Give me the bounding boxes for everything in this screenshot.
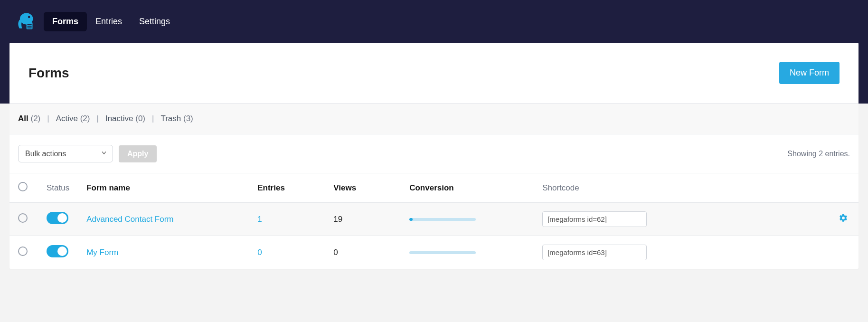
cell-actions bbox=[830, 236, 859, 269]
table-row: Advanced Contact Form119 bbox=[9, 203, 859, 236]
cell-spacer bbox=[657, 236, 830, 269]
header-entries[interactable]: Entries bbox=[249, 173, 325, 203]
nav-tab-label: Settings bbox=[139, 17, 170, 26]
toggle-knob bbox=[57, 213, 67, 223]
bulk-actions-select[interactable]: Bulk actions bbox=[18, 145, 113, 162]
bulk-actions-select-wrap: Bulk actions bbox=[18, 145, 113, 162]
top-navbar: Forms Entries Settings bbox=[0, 0, 868, 43]
filter-separator: | bbox=[152, 114, 154, 123]
filter-all[interactable]: All (2) bbox=[18, 114, 40, 123]
status-toggle[interactable] bbox=[47, 245, 68, 257]
bulk-actions-row: Bulk actions Apply Showing 2 entries. bbox=[9, 134, 859, 173]
cell-entries: 1 bbox=[249, 203, 325, 236]
row-select-radio[interactable] bbox=[18, 213, 28, 223]
page-title: Forms bbox=[28, 66, 69, 81]
new-form-button-label: New Form bbox=[790, 68, 829, 77]
hero: Forms New Form bbox=[9, 43, 859, 104]
shortcode-input[interactable] bbox=[542, 211, 647, 227]
filter-label: Inactive bbox=[105, 114, 133, 123]
conversion-bar bbox=[409, 218, 476, 221]
status-filters: All (2) | Active (2) | Inactive (0) | Tr… bbox=[9, 104, 859, 134]
filter-active[interactable]: Active (2) bbox=[56, 114, 90, 123]
shortcode-input[interactable] bbox=[542, 245, 647, 260]
filter-separator: | bbox=[96, 114, 98, 123]
form-name-link[interactable]: Advanced Contact Form bbox=[86, 215, 173, 224]
conversion-bar-fill bbox=[409, 218, 413, 221]
header-shortcode: Shortcode bbox=[534, 173, 657, 203]
cell-spacer bbox=[657, 203, 830, 236]
filter-label: Trash bbox=[160, 114, 181, 123]
entries-link[interactable]: 1 bbox=[257, 215, 262, 224]
svg-rect-2 bbox=[28, 24, 32, 25]
cell-actions bbox=[830, 203, 859, 236]
svg-point-5 bbox=[28, 16, 30, 19]
toggle-knob bbox=[57, 246, 67, 256]
cell-form-name: Advanced Contact Form bbox=[78, 203, 249, 236]
header-status: Status bbox=[38, 173, 78, 203]
showing-count: Showing 2 entries. bbox=[787, 150, 850, 158]
apply-button[interactable]: Apply bbox=[119, 145, 157, 162]
app-logo bbox=[14, 11, 35, 32]
header-actions bbox=[830, 173, 859, 203]
table-header-row: Status Form name Entries Views Conversio… bbox=[9, 173, 859, 203]
hero-wrap: Forms New Form bbox=[0, 43, 868, 104]
elephant-logo-icon bbox=[14, 11, 35, 32]
header-spacer bbox=[657, 173, 830, 203]
filter-trash[interactable]: Trash (3) bbox=[160, 114, 193, 123]
new-form-button[interactable]: New Form bbox=[779, 62, 840, 84]
header-form-name[interactable]: Form name bbox=[78, 173, 249, 203]
bulk-left: Bulk actions Apply bbox=[18, 145, 157, 162]
header-select-all bbox=[9, 173, 38, 203]
filter-count: (2) bbox=[80, 114, 90, 123]
svg-rect-3 bbox=[28, 26, 32, 27]
cell-shortcode bbox=[534, 203, 657, 236]
cell-status bbox=[38, 203, 78, 236]
cell-views: 19 bbox=[325, 203, 401, 236]
cell-conversion bbox=[401, 236, 534, 269]
header-conversion[interactable]: Conversion bbox=[401, 173, 534, 203]
filter-label: Active bbox=[56, 114, 78, 123]
cell-conversion bbox=[401, 203, 534, 236]
nav-tab-forms[interactable]: Forms bbox=[44, 12, 87, 31]
cell-select bbox=[9, 203, 38, 236]
row-select-radio[interactable] bbox=[18, 246, 28, 256]
filter-count: (2) bbox=[30, 114, 40, 123]
nav-tabs: Forms Entries Settings bbox=[44, 12, 179, 31]
status-toggle[interactable] bbox=[47, 212, 68, 224]
cell-form-name: My Form bbox=[78, 236, 249, 269]
conversion-bar bbox=[409, 251, 476, 254]
nav-tab-settings[interactable]: Settings bbox=[131, 12, 179, 31]
filter-inactive[interactable]: Inactive (0) bbox=[105, 114, 145, 123]
svg-rect-4 bbox=[28, 28, 32, 28]
form-name-link[interactable]: My Form bbox=[86, 248, 118, 257]
content-card: All (2) | Active (2) | Inactive (0) | Tr… bbox=[9, 104, 859, 269]
apply-button-label: Apply bbox=[127, 150, 148, 158]
entries-link[interactable]: 0 bbox=[257, 248, 262, 257]
cell-select bbox=[9, 236, 38, 269]
filter-separator: | bbox=[47, 114, 49, 123]
filter-label: All bbox=[18, 114, 28, 123]
cell-entries: 0 bbox=[249, 236, 325, 269]
filter-count: (0) bbox=[135, 114, 145, 123]
filter-count: (3) bbox=[183, 114, 193, 123]
cell-status bbox=[38, 236, 78, 269]
nav-tab-label: Entries bbox=[95, 17, 122, 26]
nav-tab-label: Forms bbox=[52, 17, 78, 26]
cell-shortcode bbox=[534, 236, 657, 269]
nav-tab-entries[interactable]: Entries bbox=[87, 12, 131, 31]
table-row: My Form00 bbox=[9, 236, 859, 269]
cell-views: 0 bbox=[325, 236, 401, 269]
header-views[interactable]: Views bbox=[325, 173, 401, 203]
forms-table: Status Form name Entries Views Conversio… bbox=[9, 173, 859, 269]
select-all-radio[interactable] bbox=[18, 182, 28, 191]
gear-icon[interactable] bbox=[839, 216, 848, 225]
